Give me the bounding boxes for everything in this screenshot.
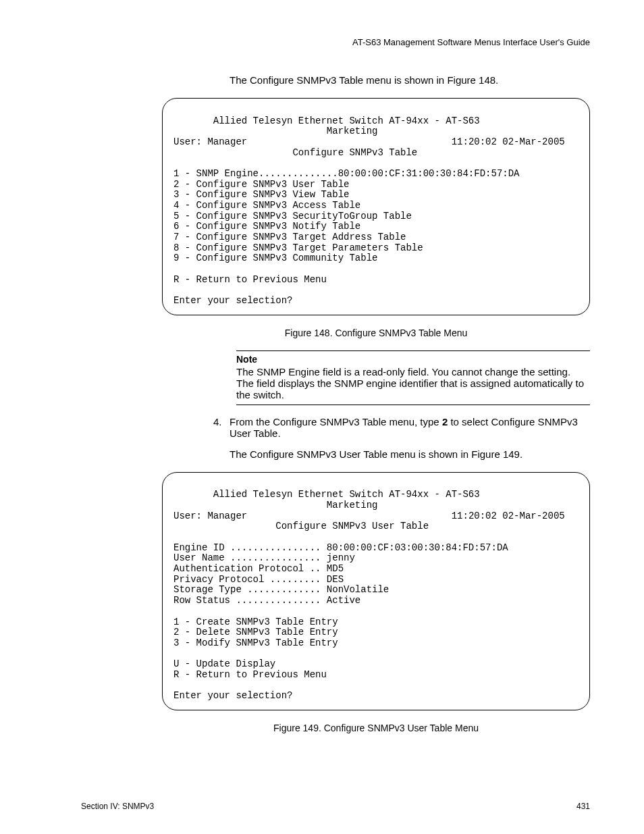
t2-field-1: Engine ID ................ 80:00:00:CF:0… [173,542,508,553]
t2-userline: User: Manager 11:20:02 02-Mar-2005 [173,511,565,521]
note-text: The SNMP Engine field is a read-only fie… [236,366,590,400]
terminal-menu-148: Allied Telesyn Ethernet Switch AT-94xx -… [162,98,590,315]
t1-prompt: Enter your selection? [173,295,292,306]
step-4-text-a: From the Configure SNMPv3 Table menu, ty… [230,416,442,427]
t1-item-2: 2 - Configure SNMPv3 User Table [173,179,349,190]
t2-field-6: Row Status ............... Active [173,595,360,606]
t2-prompt: Enter your selection? [173,690,292,701]
t1-item-6: 6 - Configure SNMPv3 Notify Table [173,221,360,232]
t1-item-4: 4 - Configure SNMPv3 Access Table [173,200,360,211]
note-title: Note [236,354,590,365]
t2-field-4: Privacy Protocol ......... DES [173,574,344,585]
note-rule-bottom [236,405,590,405]
t1-item-9: 9 - Configure SNMPv3 Community Table [173,253,377,263]
figure-caption-149: Figure 149. Configure SNMPv3 User Table … [162,723,590,733]
step-4-number: 4. [213,416,222,427]
note-block: Note The SNMP Engine field is a read-onl… [236,350,590,405]
t1-item-8: 8 - Configure SNMPv3 Target Parameters T… [173,242,423,253]
terminal-menu-149: Allied Telesyn Ethernet Switch AT-94xx -… [162,472,590,710]
page-footer: Section IV: SNMPv3 431 [81,802,590,811]
t2-return: R - Return to Previous Menu [173,669,327,680]
intro-text-2: The Configure SNMPv3 User Table menu is … [230,448,590,460]
t1-item-7: 7 - Configure SNMPv3 Target Address Tabl… [173,232,406,242]
t2-field-5: Storage Type ............. NonVolatile [173,584,389,595]
t2-item-2: 2 - Delete SNMPv3 Table Entry [173,627,338,637]
note-rule-top [236,350,590,351]
t1-userline: User: Manager 11:20:02 02-Mar-2005 [173,136,565,147]
figure-caption-148: Figure 148. Configure SNMPv3 Table Menu [162,328,590,338]
step-4-bold: 2 [442,416,448,427]
t1-item-1: 1 - SNMP Engine..............80:00:00:CF… [173,168,519,179]
step-4: 4. From the Configure SNMPv3 Table menu,… [230,416,590,439]
footer-left: Section IV: SNMPv3 [81,802,154,811]
t2-subtitle: Marketing [173,500,377,511]
t2-item-1: 1 - Create SNMPv3 Table Entry [173,617,338,627]
t1-title: Allied Telesyn Ethernet Switch AT-94xx -… [173,115,480,126]
footer-right: 431 [576,802,590,811]
t1-return: R - Return to Previous Menu [173,274,327,285]
t2-menuname: Configure SNMPv3 User Table [173,521,429,531]
intro-text-1: The Configure SNMPv3 Table menu is shown… [230,74,590,86]
t1-item-3: 3 - Configure SNMPv3 View Table [173,189,349,200]
t2-field-2: User Name ................ jenny [173,552,355,563]
t1-item-5: 5 - Configure SNMPv3 SecurityToGroup Tab… [173,211,412,221]
t2-title: Allied Telesyn Ethernet Switch AT-94xx -… [173,489,480,500]
t1-menuname: Configure SNMPv3 Table [173,147,417,158]
page-header-right: AT-S63 Management Software Menus Interfa… [81,37,590,47]
t2-field-3: Authentication Protocol .. MD5 [173,563,344,574]
t2-item-3: 3 - Modify SNMPv3 Table Entry [173,637,338,648]
t2-update: U - Update Display [173,658,275,669]
t1-subtitle: Marketing [173,126,377,136]
